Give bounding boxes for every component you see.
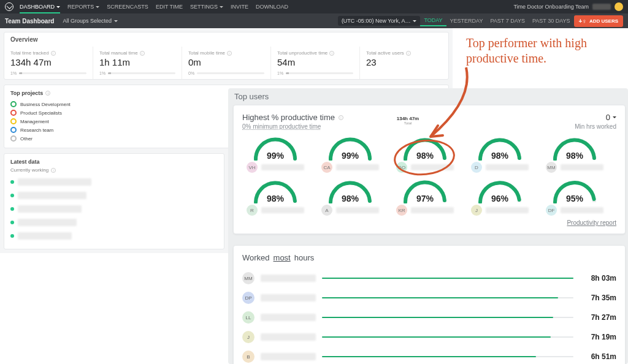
user-avatar: DP	[242, 292, 255, 304]
info-icon[interactable]: i	[339, 115, 343, 120]
gauge-percent: 98%	[551, 151, 598, 161]
nav-screencasts[interactable]: SCREENCASTS	[107, 0, 148, 13]
groups-selector[interactable]: All Groups Selected	[63, 18, 118, 24]
nav-edit-time[interactable]: EDIT TIME	[156, 0, 183, 13]
projects-donut-chart: 134h 47mTotal	[384, 96, 432, 144]
worked-row[interactable]: LL 7h 27m	[242, 308, 616, 327]
worked-row[interactable]: DP 7h 35m	[242, 288, 616, 308]
working-user-row[interactable]	[10, 176, 218, 188]
info-icon[interactable]: i	[51, 51, 56, 56]
hours-value: 7h 19m	[580, 333, 616, 341]
redacted-name	[18, 232, 72, 240]
range-7days[interactable]: PAST 7 DAYS	[486, 16, 529, 26]
user-avatar: MM	[242, 272, 255, 284]
user-plus-icon: +♀	[579, 18, 587, 25]
worked-row[interactable]: MM 8h 03m	[242, 268, 616, 288]
gauge-arc: 98%	[477, 136, 523, 159]
timezone-selector[interactable]: (UTC -05:00) New York, A…	[338, 16, 421, 26]
redacted-name	[336, 164, 379, 170]
range-30days[interactable]: PAST 30 DAYS	[529, 16, 574, 26]
nav-settings[interactable]: SETTINGS	[190, 0, 223, 13]
info-icon[interactable]: i	[51, 168, 56, 173]
user-gauge[interactable]: 98% MM	[542, 136, 608, 173]
info-icon[interactable]: i	[406, 51, 411, 56]
range-today[interactable]: TODAY	[420, 15, 446, 26]
nav-dashboard[interactable]: DASHBOARD	[20, 0, 60, 13]
redacted-name	[411, 207, 454, 213]
currently-working-label: Currently workingi	[10, 167, 218, 173]
info-icon[interactable]: i	[329, 51, 334, 56]
user-gauge[interactable]: 95% DF	[542, 179, 608, 216]
redacted-text	[592, 4, 611, 10]
user-gauge[interactable]: 97% KR	[392, 179, 458, 216]
redacted-name	[261, 294, 316, 301]
nav-download[interactable]: DOWNLOAD	[256, 0, 288, 13]
hours-value: 7h 35m	[580, 294, 616, 302]
sub-navbar: Team Dashboard All Groups Selected (UTC …	[0, 13, 628, 28]
user-gauge[interactable]: 98% A	[317, 179, 383, 216]
user-gauge[interactable]: 99% VH	[242, 136, 308, 173]
user-gauge[interactable]: 98% R	[242, 179, 308, 216]
latest-data-card: Latest data Currently workingi	[4, 153, 224, 249]
user-avatar: CA	[321, 162, 332, 173]
working-user-row[interactable]	[10, 217, 218, 228]
overview-cell: Total mobile time i 0m 0%	[182, 47, 270, 79]
project-color-icon	[10, 135, 17, 142]
user-avatar: MM	[546, 162, 557, 173]
user-avatar: J	[471, 205, 482, 216]
nav-reports[interactable]: REPORTS	[67, 0, 99, 13]
redacted-name	[261, 333, 316, 341]
min-productive-link[interactable]: 0% minimum productive time	[242, 123, 321, 130]
metric-label: Total mobile time i	[188, 50, 264, 56]
online-dot-icon	[10, 234, 14, 238]
user-gauge[interactable]: 99% CA	[317, 136, 383, 173]
user-avatar: KR	[396, 205, 407, 216]
redacted-name	[561, 207, 603, 213]
gauge-percent: 99%	[327, 151, 373, 161]
project-color-icon	[10, 127, 17, 133]
info-icon[interactable]: i	[227, 51, 232, 56]
info-icon[interactable]: i	[45, 91, 50, 96]
metric-label: Total manual time i	[99, 50, 175, 56]
chevron-down-icon	[56, 6, 60, 8]
gauge-percent: 98%	[402, 151, 448, 161]
user-gauge[interactable]: 98% D	[467, 136, 533, 173]
info-icon[interactable]: i	[140, 51, 145, 56]
gauge-arc: 98%	[327, 179, 373, 202]
donut-total: 134h 47m	[397, 116, 419, 121]
worked-most-panel: Worked most hours MM 8h 03mDP 7h 35mLL 7…	[233, 245, 626, 364]
working-user-row[interactable]	[10, 230, 218, 241]
productivity-report-link[interactable]: Productivity report	[242, 219, 616, 226]
worked-row[interactable]: B 6h 51m	[242, 347, 616, 364]
gauge-percent: 98%	[477, 151, 523, 161]
gauge-percent: 98%	[252, 194, 299, 203]
user-avatar: R	[247, 205, 258, 216]
add-users-button[interactable]: +♀ADD USERS	[574, 15, 623, 27]
metric-value: 0m	[188, 57, 264, 67]
working-user-row[interactable]	[10, 203, 218, 214]
chevron-down-icon	[220, 6, 223, 8]
working-user-row[interactable]	[10, 190, 218, 201]
hours-bar	[322, 278, 573, 279]
hours-bar	[322, 297, 573, 298]
project-name: Business Development	[20, 102, 71, 107]
user-avatar: J	[242, 331, 255, 343]
worked-row[interactable]: J 7h 19m	[242, 327, 616, 347]
project-color-icon	[10, 110, 17, 116]
redacted-name	[261, 207, 304, 213]
overview-cell: Total active users i 23	[359, 47, 448, 79]
user-gauge[interactable]: 96% J	[467, 179, 533, 216]
gauge-percent: 98%	[327, 194, 373, 203]
range-yesterday[interactable]: YESTERDAY	[446, 16, 487, 26]
nav-invite[interactable]: INVITE	[231, 0, 248, 13]
gauge-arc: 99%	[327, 136, 373, 159]
chevron-down-icon	[96, 6, 99, 8]
online-dot-icon	[10, 180, 14, 184]
online-dot-icon	[10, 194, 14, 197]
min-hrs-dropdown[interactable]: 0	[606, 113, 616, 122]
user-avatar[interactable]	[615, 2, 623, 11]
metric-value: 54m	[277, 57, 353, 67]
redacted-name	[486, 207, 529, 213]
metric-label: Total unproductive time i	[277, 50, 353, 56]
redacted-name	[411, 164, 454, 170]
